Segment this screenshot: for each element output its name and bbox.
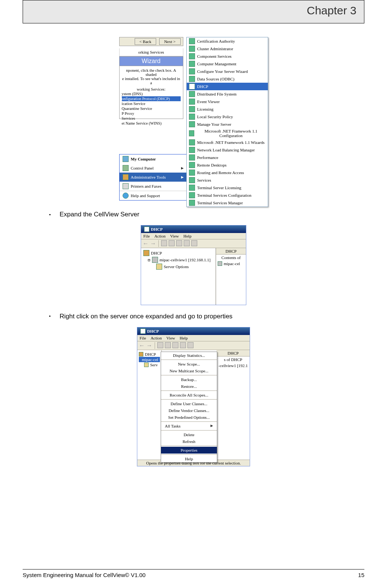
menu-rras[interactable]: Routing and Remote Access (187, 169, 268, 176)
toolbar-icon[interactable] (176, 240, 182, 246)
menu-licensing[interactable]: Licensing (187, 105, 268, 113)
menu-dfs[interactable]: Distributed File System (187, 90, 268, 98)
menu-cluster-admin[interactable]: Cluster Administrator (187, 45, 268, 52)
ctx-properties[interactable]: Properties (161, 447, 217, 454)
ctx-new-multicast[interactable]: New Multicast Scope... (161, 367, 217, 374)
tree-server[interactable]: ⊟mipac-cellview1 [192.168.1.1] (143, 256, 213, 263)
ctx-vendor-classes[interactable]: Define Vendor Classes... (161, 407, 217, 414)
ctx-restore[interactable]: Restore... (161, 383, 217, 390)
chevron-right-icon: ▶ (181, 166, 184, 170)
menu-net11-wizards[interactable]: Microsoft .NET Framework 1.1 Wizards (187, 139, 268, 146)
nav-back-icon[interactable]: ← (143, 240, 149, 247)
back-button[interactable]: < Back (135, 38, 157, 45)
menu-ts-licensing[interactable]: Terminal Server Licensing (187, 184, 268, 191)
window-titlebar[interactable]: DHCP (141, 225, 246, 233)
start-menu-column: My Computer Control Panel▶ Administrativ… (119, 154, 187, 201)
ctx-help[interactable]: Help (161, 455, 217, 462)
component-dns[interactable]: ystem (DNS) (122, 91, 181, 96)
toolbar-icon[interactable] (169, 240, 175, 246)
menu-local-security[interactable]: Local Security Policy (187, 113, 268, 120)
menu-computer-mgmt[interactable]: Computer Management (187, 60, 268, 68)
menu-help[interactable]: Help (180, 336, 187, 340)
menu-ts-manager[interactable]: Terminal Services Manager (187, 199, 268, 207)
nav-forward-icon[interactable]: → (146, 342, 152, 349)
toolbar-icon[interactable] (180, 342, 186, 348)
start-help[interactable]: Help and Support (120, 191, 187, 200)
tree-pane: DHCP ⊟mipac-cellview1 [192.168.1.1] Serv… (141, 248, 216, 305)
nav-back-icon[interactable]: ← (139, 342, 145, 349)
start-admin-tools[interactable]: Administrative Tools▶ (120, 173, 187, 182)
server-icon (152, 257, 158, 263)
menu-odbc[interactable]: Data Sources (ODBC) (187, 75, 268, 83)
toolbar-icon[interactable] (161, 240, 167, 246)
label: Printers and Faxes (131, 184, 161, 188)
wizard-body: nponent, click the check box. A shaded e… (119, 66, 183, 119)
toolbar-icon[interactable] (187, 342, 194, 348)
tree-server[interactable]: mipac-cel (139, 357, 160, 362)
nav-forward-icon[interactable]: → (150, 240, 156, 247)
ctx-reconcile[interactable]: Reconcile All Scopes... (161, 392, 217, 398)
toolbar-icon[interactable] (184, 240, 190, 246)
menu-action[interactable]: Action (154, 234, 166, 238)
component-proxy[interactable]: P Proxy (122, 111, 181, 116)
tree-server-options[interactable]: Serv (139, 362, 160, 367)
ctx-user-classes[interactable]: Define User Classes... (161, 400, 217, 407)
toolbar-icon[interactable] (172, 342, 178, 348)
right-pane-col: s of DHCP (217, 357, 250, 363)
menu-services[interactable]: Services (187, 176, 268, 184)
menu-performance[interactable]: Performance (187, 154, 268, 161)
ctx-refresh[interactable]: Refresh (161, 438, 217, 445)
start-my-computer[interactable]: My Computer (120, 154, 187, 164)
ctx-predefined[interactable]: Set Predefined Options... (161, 414, 217, 421)
wizard-icon (189, 68, 195, 74)
component-dhcp[interactable]: onfiguration Protocol (DHCP) (122, 96, 181, 101)
dhcp-icon (189, 83, 195, 90)
menu-cert-authority[interactable]: Certification Authority (187, 37, 268, 45)
tree-server-options[interactable]: Server Options (143, 263, 213, 270)
menu-view[interactable]: View (170, 234, 179, 238)
right-pane: DHCP s of DHCP -cellview1 [192.1 (217, 350, 250, 460)
component-quarantine[interactable]: Quarantine Service (122, 106, 181, 111)
tree-pane: DHCP mipac-cel Serv (137, 350, 162, 460)
right-pane-item[interactable]: mipac-cel (216, 261, 246, 267)
toolbar-icon[interactable] (191, 240, 197, 246)
tree-root-dhcp[interactable]: DHCP (139, 352, 160, 357)
right-pane-header: DHCP (216, 248, 246, 255)
menu-file[interactable]: File (143, 234, 150, 238)
menu-component-services[interactable]: Component Services (187, 52, 268, 60)
ctx-backup[interactable]: Backup... (161, 376, 217, 383)
ctx-new-scope[interactable]: New Scope... (161, 361, 217, 367)
tree-root-dhcp[interactable]: DHCP (143, 250, 213, 256)
menu-action[interactable]: Action (150, 336, 162, 340)
component-services[interactable]: Services (122, 116, 181, 121)
page-footer: System Engineering Manual for CellView© … (23, 569, 364, 578)
page-content: < Back Next > orking Services Wizard npo… (23, 23, 364, 497)
window-titlebar[interactable]: DHCP (137, 327, 250, 335)
menu-net11-config[interactable]: Microsoft .NET Framework 1.1 Configurati… (187, 128, 268, 139)
menu-manage-server[interactable]: Manage Your Server (187, 120, 268, 128)
ctx-delete[interactable]: Delete (161, 431, 217, 438)
toolbar-icon[interactable] (157, 342, 163, 348)
component-item[interactable]: ication Service (122, 101, 181, 106)
menu-dhcp[interactable]: DHCP (187, 83, 268, 90)
right-pane-item[interactable]: -cellview1 [192.1 (217, 363, 250, 369)
component-icon (189, 53, 195, 59)
window-title: DHCP (151, 227, 163, 231)
component-wins[interactable]: et Name Service (WINS) (122, 121, 181, 126)
toolbar-icon[interactable] (165, 342, 171, 348)
menu-ts-config[interactable]: Terminal Services Configuration (187, 191, 268, 199)
menu-nlb[interactable]: Network Load Balancing Manager (187, 146, 268, 154)
ctx-all-tasks[interactable]: All Tasks▶ (161, 423, 217, 429)
menu-configure-server[interactable]: Configure Your Server Wizard (187, 68, 268, 75)
next-button[interactable]: Next > (159, 38, 180, 45)
start-printers[interactable]: Printers and Faxes (120, 182, 187, 191)
start-control-panel[interactable]: Control Panel▶ (120, 164, 187, 173)
ctx-display-stats[interactable]: Display Statistics... (161, 352, 217, 359)
label: Help and Support (131, 193, 160, 198)
menu-file[interactable]: File (140, 336, 146, 340)
menu-view[interactable]: View (166, 336, 175, 340)
options-icon (156, 264, 162, 270)
menu-help[interactable]: Help (183, 234, 191, 238)
menu-remote-desktops[interactable]: Remote Desktops (187, 161, 268, 169)
menu-event-viewer[interactable]: Event Viewer (187, 98, 268, 105)
